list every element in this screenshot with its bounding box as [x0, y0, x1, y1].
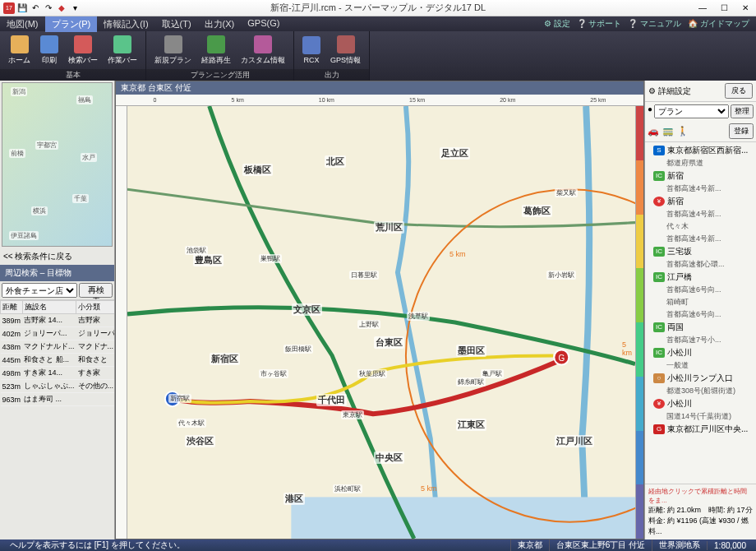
flag-icon[interactable]: ◆: [56, 2, 67, 14]
ribbon-toolbar: ホーム印刷検索バー作業バー基本新規プラン経路再生カスタム情報プランニング活用RC…: [0, 31, 756, 81]
menu-item[interactable]: プラン(P): [45, 16, 98, 32]
ribbon-button[interactable]: 作業バー: [104, 34, 141, 67]
undo-icon[interactable]: ↶: [30, 2, 41, 14]
route-item[interactable]: 箱崎町: [645, 296, 756, 308]
menu-bar: 地図(M)プラン(P)情報記入(I)取込(T)出力(X)GPS(G) ⚙ 設定 …: [0, 16, 756, 31]
ribbon-button[interactable]: ホーム: [5, 34, 34, 67]
table-row[interactable]: 438mマクドナルド...マクドナ...: [1, 340, 115, 354]
overview-minimap[interactable]: 新潟福島宇都宮前橋水戸千葉横浜伊豆諸島: [2, 82, 113, 247]
route-item[interactable]: 都道308号(船堀街道): [645, 385, 756, 397]
route-item[interactable]: 国道14号(千葉街道): [645, 410, 756, 423]
support-link[interactable]: ❔ サポート: [577, 18, 622, 30]
back-to-conditions[interactable]: << 検索条件に戻る: [0, 248, 114, 265]
table-row[interactable]: 963mはま寿司 ...: [1, 393, 115, 406]
quick-access-toolbar: 17 💾 ↶ ↷ ◆ ▾: [0, 2, 81, 14]
category-select[interactable]: 外食チェーン店: [2, 283, 77, 298]
route-item[interactable]: ○小松川ランプ入口: [645, 372, 756, 385]
route-item[interactable]: S東京都新宿区西新宿...: [645, 144, 756, 157]
research-button[interactable]: 再検索: [79, 283, 113, 298]
table-row[interactable]: 445m和食さと 船...和食さと: [1, 354, 115, 367]
column-header[interactable]: 小分類: [76, 301, 114, 314]
save-icon[interactable]: 💾: [16, 2, 28, 14]
route-item[interactable]: 首都高速6号向...: [645, 308, 756, 321]
route-item[interactable]: IC三宅坂: [645, 245, 756, 258]
cell: すき家 14...: [22, 367, 76, 380]
redo-icon[interactable]: ↷: [43, 2, 54, 14]
table-row[interactable]: 402mジョリーパ...ジョリーパ...: [1, 327, 115, 340]
ribbon-button-label: 経路再生: [201, 55, 231, 66]
map-canvas[interactable]: S G 板橋区北区足立区葛飾区豊島区荒川区文京区新宿区台東区墨田区千代田渋谷区中…: [127, 106, 635, 539]
table-row[interactable]: 498mすき家 14...すき家: [1, 367, 115, 380]
route-item[interactable]: ¥小松川: [645, 397, 756, 410]
menu-item[interactable]: 取込(T): [155, 16, 198, 32]
ward-label: 江戸川区: [555, 435, 594, 447]
station-label: 市ヶ谷駅: [259, 369, 288, 378]
guide-link[interactable]: 🏠 ガイドマップ: [688, 18, 749, 30]
maximize-button[interactable]: ☐: [713, 1, 735, 16]
検索バー-icon: [74, 35, 92, 53]
作業バー-icon: [113, 35, 131, 53]
detail-settings-label: 詳細設定: [658, 86, 691, 97]
column-header[interactable]: 距離: [1, 301, 23, 314]
route-item[interactable]: IC両国: [645, 321, 756, 334]
route-item[interactable]: 首都高速6号向...: [645, 284, 756, 296]
zoom-scalebar[interactable]: [635, 106, 643, 539]
train-icon[interactable]: 🚃: [662, 126, 674, 137]
table-row[interactable]: 389m吉野家 14...吉野家: [1, 314, 115, 327]
route-item[interactable]: 都道府県道: [645, 157, 756, 169]
ward-label: 葛飾区: [522, 205, 552, 217]
ribbon-button[interactable]: 印刷: [37, 34, 62, 67]
station-label: 浅草駅: [407, 312, 430, 321]
ribbon-button[interactable]: 検索バー: [65, 34, 101, 67]
footer-fee: 料金: 約 ¥1196 (高速 ¥930 / 燃料...: [648, 516, 753, 537]
column-header[interactable]: 施設名: [22, 301, 76, 314]
dropdown-icon[interactable]: ▾: [69, 2, 81, 14]
ribbon-button[interactable]: RCX: [299, 35, 324, 66]
route-badge-icon: S: [653, 146, 665, 155]
route-tree[interactable]: S東京都新宿区西新宿...都道府県道IC新宿首都高速4号新...¥新宿首都高速4…: [645, 142, 756, 484]
route-item[interactable]: 首都高速4号新...: [645, 183, 756, 195]
minimap-label: 宇都宮: [35, 141, 58, 150]
back-button[interactable]: 戻る: [725, 83, 753, 99]
ward-label: 北区: [325, 155, 346, 168]
route-item[interactable]: 一般道: [645, 359, 756, 372]
walk-icon[interactable]: 🚶: [677, 126, 689, 137]
car-icon[interactable]: 🚗: [648, 126, 659, 137]
印刷-icon: [40, 35, 58, 53]
route-item[interactable]: G東京都江戸川区中央...: [645, 423, 756, 436]
route-item-label: 東京都江戸川区中央...: [667, 424, 748, 435]
route-item[interactable]: 首都高速7号小...: [645, 334, 756, 346]
menu-item[interactable]: 地図(M): [0, 16, 45, 32]
table-row[interactable]: 523mしゃぶしゃぶ...その他の...: [1, 380, 115, 393]
ribbon-button[interactable]: GPS情報: [327, 34, 364, 67]
register-button[interactable]: 登録: [729, 123, 754, 139]
ribbon-button[interactable]: 経路再生: [198, 34, 234, 67]
新規プラン-icon: [164, 35, 182, 53]
close-button[interactable]: ✕: [735, 1, 756, 16]
route-item[interactable]: IC新宿: [645, 169, 756, 183]
menu-item[interactable]: GPS(G): [241, 16, 286, 32]
status-loc2: 台東区東上野6丁目 付近: [549, 539, 652, 551]
minimize-button[interactable]: —: [692, 1, 713, 16]
main-area: 新潟福島宇都宮前橋水戸千葉横浜伊豆諸島 << 検索条件に戻る 周辺検索 – 目標…: [0, 81, 756, 539]
route-item[interactable]: ¥新宿: [645, 195, 756, 208]
route-item[interactable]: 代々木: [645, 220, 756, 233]
reorganize-button[interactable]: 整理: [731, 104, 754, 118]
plan-select[interactable]: プラン: [654, 104, 729, 118]
route-item[interactable]: IC小松川: [645, 346, 756, 359]
ribbon-button[interactable]: 新規プラン: [151, 34, 195, 67]
station-label: 柴又駅: [555, 188, 578, 197]
results-table[interactable]: 距離施設名小分類389m吉野家 14...吉野家402mジョリーパ...ジョリー…: [0, 299, 114, 539]
route-item[interactable]: 首都高速都心環...: [645, 258, 756, 271]
status-bar: ヘルプを表示するには [F1] を押してください。 東京都 台東区東上野6丁目 …: [0, 539, 756, 551]
menu-item[interactable]: 情報記入(I): [97, 16, 154, 32]
route-item[interactable]: IC江戸橋: [645, 271, 756, 284]
route-item[interactable]: 首都高速4号新...: [645, 208, 756, 220]
menu-item[interactable]: 出力(X): [198, 16, 242, 32]
manual-link[interactable]: ❔ マニュアル: [628, 18, 681, 30]
ホーム-icon: [11, 35, 29, 53]
settings-link[interactable]: ⚙ 設定: [544, 18, 570, 30]
ward-label: 渋谷区: [185, 435, 215, 447]
route-item[interactable]: 首都高速4号新...: [645, 233, 756, 245]
ribbon-button[interactable]: カスタム情報: [237, 34, 288, 67]
